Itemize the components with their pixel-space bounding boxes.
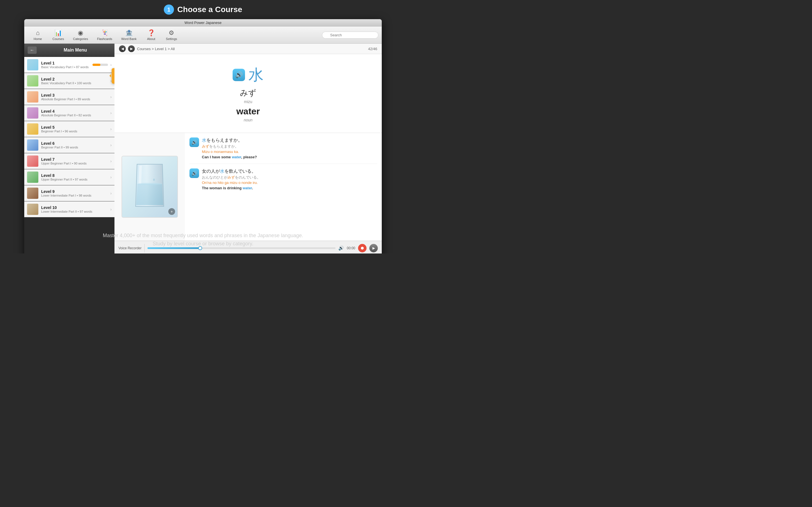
page-count: 42/46 — [368, 47, 377, 51]
navigation-bar: ⌂ Home 📊 Courses ◉ Categories 🃏 Flashcar… — [24, 26, 382, 44]
sentence-romanji-2: On'na no hito ga mizu o nonde iru. — [202, 180, 377, 185]
sentence-jp-main-1: 水をもらえますか。 — [202, 137, 377, 144]
divider-1 — [190, 164, 377, 164]
nav-item-settings[interactable]: ⚙ Settings — [161, 28, 182, 42]
level-thumb-7 — [27, 156, 38, 167]
svg-point-0 — [137, 183, 162, 185]
word-speaker-button[interactable]: 🔊 — [233, 69, 245, 81]
reading-text: みず — [240, 88, 256, 98]
sidebar-level-3[interactable]: Level 3 Absolute Beginner Part I • 89 wo… — [24, 89, 114, 105]
level-info-7: Level 7 Upper Beginner Part I • 90 words — [41, 157, 110, 165]
nav-item-about[interactable]: ❓ About — [141, 28, 161, 42]
step-badge: 1 — [164, 4, 174, 15]
level-name-9: Level 9 — [41, 189, 110, 194]
kanji-character: 水 — [248, 65, 264, 86]
level-arrow-4: › — [110, 111, 112, 115]
nav-label-settings: Settings — [166, 37, 177, 41]
nav-label-courses: Courses — [52, 37, 64, 41]
sidebar-level-6[interactable]: Level 6 Beginner Part II • 99 words › — [24, 137, 114, 153]
sidebar-level-8[interactable]: Level 8 Upper Beginner Part II • 97 word… — [24, 169, 114, 185]
level-arrow-9: › — [110, 191, 112, 195]
level-info-3: Level 3 Absolute Beginner Part I • 89 wo… — [41, 93, 110, 101]
sidebar-level-7[interactable]: Level 7 Upper Beginner Part I • 90 words… — [24, 153, 114, 169]
level-arrow-8: › — [110, 175, 112, 179]
sentences-panel: 🔊 水をもらえますか。 みずをもらえますか。 Mizu o moraemasu … — [185, 133, 382, 240]
sidebar-back-button[interactable]: ← — [28, 47, 37, 54]
search-input[interactable] — [322, 32, 378, 39]
level-arrow-7: › — [110, 159, 112, 163]
level-info-9: Level 9 Lower Intermediate Part I • 98 w… — [41, 189, 110, 197]
nav-item-flashcards[interactable]: 🃏 Flashcards — [93, 28, 117, 42]
level-arrow-10: › — [110, 207, 112, 212]
level-arrow-6: › — [110, 143, 112, 147]
search-wrapper: 🔍 — [322, 32, 378, 39]
level-info-2: Level 2 Basic Vocabulary Part II • 100 w… — [41, 77, 110, 85]
level-sub-4: Absolute Beginner Part II • 82 words — [41, 114, 110, 117]
level-thumb-4 — [27, 107, 38, 119]
sentence-speaker-2[interactable]: 🔊 — [190, 168, 199, 178]
level-info-8: Level 8 Upper Beginner Part II • 97 word… — [41, 173, 110, 181]
sentence-romanji-1: Mizu o moraemasu ka. — [202, 150, 377, 154]
word-top-row: 🔊 水 — [233, 65, 264, 86]
level-info-10: Level 10 Lower Intermediate Part II • 97… — [41, 205, 110, 213]
sentence-block-2: 🔊 女の人が水を飲んでいる。 おんなのひとがみずをのんでいる。 On'na no… — [190, 168, 377, 190]
level-name-7: Level 7 — [41, 157, 110, 162]
word-image: + — [121, 156, 178, 218]
level-sub-6: Beginner Part II • 99 words — [41, 146, 110, 149]
level-sub-2: Basic Vocabulary Part II • 100 words — [41, 81, 110, 85]
level-sub-5: Beginner Part I • 96 words — [41, 129, 110, 133]
wordbank-icon: 🏦 — [125, 29, 133, 37]
page-title: Choose a Course — [177, 5, 242, 14]
breadcrumb-bar: ◀ ▶ Courses > Level 1 > All 42/46 — [114, 44, 382, 54]
nav-item-home[interactable]: ⌂ Home — [28, 28, 48, 42]
nav-label-wordbank: Word Bank — [121, 37, 137, 41]
main-content: ◀ ▶ Courses > Level 1 > All 42/46 🔊 水 みず… — [114, 44, 382, 253]
english-word: water — [236, 106, 260, 117]
nav-label-flashcards: Flashcards — [97, 37, 112, 41]
flashcards-icon: 🃏 — [101, 29, 109, 37]
level-thumb-9 — [27, 187, 38, 199]
level-thumb-3 — [27, 91, 38, 103]
word-pos: noun — [244, 118, 252, 122]
level-name-1: Level 1 — [41, 61, 93, 65]
level-thumb-1 — [27, 59, 38, 70]
level-thumb-8 — [27, 172, 38, 183]
level-name-5: Level 5 — [41, 125, 110, 129]
sidebar-level-10[interactable]: Level 10 Lower Intermediate Part II • 97… — [24, 202, 114, 217]
sentence-speaker-1[interactable]: 🔊 — [190, 137, 199, 147]
level-sub-1: Basic Vocabulary Part I • 87 words — [41, 65, 93, 69]
image-panel: + — [114, 133, 185, 240]
sidebar-level-2[interactable]: Level 2 Basic Vocabulary Part II • 100 w… — [24, 73, 114, 89]
level-arrow-5: › — [110, 127, 112, 131]
next-button[interactable]: ▶ — [128, 45, 135, 52]
settings-icon: ⚙ — [168, 29, 174, 37]
window-title-bar: Word Power Japanese — [24, 19, 382, 26]
footer-description: Master 4,000+ of the most frequently use… — [0, 231, 406, 248]
sidebar-level-9[interactable]: Level 9 Lower Intermediate Part I • 98 w… — [24, 185, 114, 202]
sidebar-level-4[interactable]: Level 4 Absolute Beginner Part II • 82 w… — [24, 105, 114, 121]
prev-button[interactable]: ◀ — [119, 45, 126, 52]
level-name-4: Level 4 — [41, 109, 110, 114]
level-sub-7: Upper Beginner Part I • 90 words — [41, 162, 110, 165]
sentence-en-2: The woman is drinking water. — [202, 186, 377, 190]
sidebar-level-5[interactable]: Level 5 Beginner Part I • 96 words › — [24, 121, 114, 137]
sentence-text-1: 水をもらえますか。 みずをもらえますか。 Mizu o moraemasu ka… — [202, 137, 377, 159]
nav-item-courses[interactable]: 📊 Courses — [48, 28, 68, 42]
level-sub-3: Absolute Beginner Part I • 89 words — [41, 98, 110, 101]
app-window: Word Power Japanese ⌂ Home 📊 Courses ◉ C… — [24, 19, 382, 253]
zoom-button[interactable]: + — [168, 208, 175, 215]
nav-label-about: About — [147, 37, 155, 41]
progress-bar-1 — [93, 64, 108, 66]
footer-line-1: Master 4,000+ of the most frequently use… — [0, 231, 406, 240]
about-icon: ❓ — [147, 29, 155, 37]
level-sub-8: Upper Beginner Part II • 97 words — [41, 178, 110, 181]
nav-item-categories[interactable]: ◉ Categories — [68, 28, 93, 42]
level-info-5: Level 5 Beginner Part I • 96 words — [41, 125, 110, 133]
sentence-jp-reading-2: おんなのひとがみずをのんでいる。 — [202, 175, 377, 180]
nav-item-wordbank[interactable]: 🏦 Word Bank — [117, 28, 141, 42]
footer-line-2: Study by level course or browse by categ… — [0, 240, 406, 248]
sidebar-level-1[interactable]: Level 1 Basic Vocabulary Part I • 87 wor… — [24, 57, 114, 73]
level-thumb-6 — [27, 139, 38, 151]
content-area: ← Main Menu Level 1 Basic Vocabulary Par… — [24, 44, 382, 253]
sentence-jp-main-2: 女の人が水を飲んでいる。 — [202, 168, 377, 174]
